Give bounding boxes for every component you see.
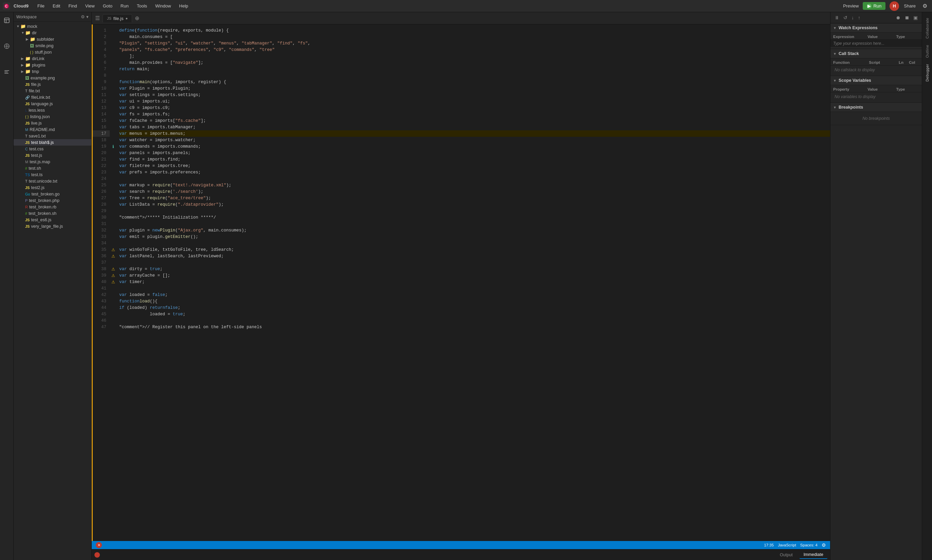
code-line[interactable]: var find = imports.find; — [119, 156, 830, 163]
code-line[interactable]: var loaded = false; — [119, 292, 830, 298]
code-line[interactable]: return main; — [119, 66, 830, 72]
code-line[interactable]: main.provides = ["navigate"]; — [119, 59, 830, 66]
tree-item-testjsmap[interactable]: Mtest.js.map — [14, 158, 91, 165]
code-line[interactable]: "comment">/***** Initialization *****/ — [119, 214, 830, 221]
step-over-icon[interactable]: ↺ — [842, 14, 849, 21]
code-line[interactable]: define(function(require, exports, module… — [119, 27, 830, 34]
code-line[interactable]: var Tree = require("ace_tree/tree"); — [119, 195, 830, 201]
run-button[interactable]: ▶ Run — [863, 2, 886, 10]
code-line[interactable]: main.consumes = [ — [119, 34, 830, 40]
code-line[interactable]: "Plugin", "settings", "ui", "watcher", "… — [119, 40, 830, 46]
tree-item-verylarge[interactable]: JSvery_large_file.js — [14, 223, 91, 229]
code-line[interactable]: var ListData = require("./dataprovider")… — [119, 201, 830, 208]
tree-item-save1txt[interactable]: Tsave1.txt — [14, 133, 91, 139]
code-line[interactable] — [119, 72, 830, 79]
bottom-error-icon[interactable]: ✕ — [94, 552, 100, 558]
code-line[interactable]: var emit = plugin.getEmitter(); — [119, 234, 830, 240]
code-line[interactable]: var fs = imports.fs; — [119, 111, 830, 117]
tree-item-testbrokengo[interactable]: Gotest_broken.go — [14, 191, 91, 197]
code-line[interactable]: var commands = imports.commands; — [119, 143, 830, 150]
tree-item-testes6[interactable]: JStest_es6.js — [14, 217, 91, 223]
tree-item-languagejs[interactable]: JSlanguage.js — [14, 100, 91, 107]
code-line[interactable]: var watcher = imports.watcher; — [119, 137, 830, 143]
tree-item-testbrokenrb[interactable]: Rtest_broken.rb — [14, 204, 91, 210]
code-line[interactable]: var markup = require("text!./navigate.xm… — [119, 182, 830, 188]
code-line[interactable]: var settings = imports.settings; — [119, 92, 830, 98]
tree-item-stuff[interactable]: { }stuff.json — [14, 49, 91, 55]
tree-item-testbrokenphp[interactable]: Ptest_broken.php — [14, 197, 91, 204]
tab-output[interactable]: Output — [776, 551, 797, 558]
code-line[interactable]: var c9 = imports.c9; — [119, 105, 830, 111]
code-line[interactable]: var prefs = imports.preferences; — [119, 169, 830, 175]
error-icon[interactable]: ✕ — [96, 542, 102, 548]
code-line[interactable]: var menus = imports.menus; — [119, 130, 830, 137]
code-line[interactable]: "comment">// Register this panel on the … — [119, 324, 830, 330]
code-line[interactable]: var Plugin = imports.Plugin; — [119, 85, 830, 92]
tree-item-testts[interactable]: TStest.ts — [14, 171, 91, 178]
code-line[interactable]: var arrayCache = []; — [119, 272, 830, 278]
call-stack-header[interactable]: ▼ Call Stack — [830, 49, 922, 58]
tree-item-livejs[interactable]: JSlive.js — [14, 120, 91, 126]
code-line[interactable]: ]; — [119, 53, 830, 59]
tab-close-icon[interactable]: ● — [125, 16, 128, 20]
code-line[interactable] — [119, 259, 830, 266]
vtab-outline[interactable]: Outline — [924, 42, 930, 60]
app-logo[interactable]: C — [3, 2, 10, 10]
tree-item-testunicode[interactable]: Ttest.unicode.txt — [14, 178, 91, 184]
code-line[interactable]: var timer; — [119, 278, 830, 285]
tab-new-icon[interactable]: ☰ — [93, 14, 102, 22]
tree-item-plugins[interactable]: ▶📁plugins — [14, 62, 91, 68]
step-out-icon[interactable]: ↑ — [856, 14, 862, 21]
code-line[interactable]: var dirty = true; — [119, 266, 830, 272]
code-line[interactable]: var lastPanel, lastSearch, lastPreviewed… — [119, 253, 830, 259]
code-line[interactable]: function load(){ — [119, 298, 830, 305]
tree-item-testbrokenshell[interactable]: #test_broken.sh — [14, 210, 91, 217]
tree-item-testcss[interactable]: Ctest.css — [14, 146, 91, 152]
vtab-collaborate[interactable]: Collaborate — [924, 15, 930, 42]
pause-icon[interactable]: ⏸ — [833, 14, 841, 21]
code-line[interactable] — [119, 285, 830, 292]
menu-file[interactable]: File — [34, 3, 48, 9]
tree-item-tmp[interactable]: ▶📁tmp — [14, 68, 91, 75]
menu-help[interactable]: Help — [176, 3, 191, 9]
step-into-icon[interactable]: ↓ — [850, 14, 855, 21]
tree-item-dir[interactable]: ▼📁dir — [14, 29, 91, 36]
tree-item-listingjson[interactable]: { }listing.json — [14, 113, 91, 120]
code-line[interactable]: "panels", "fs.cache", "preferences", "c9… — [119, 46, 830, 53]
code-line[interactable]: var filetree = imports.tree; — [119, 163, 830, 169]
code-line[interactable]: if (loaded) return false; — [119, 305, 830, 311]
tree-item-testjs[interactable]: JStest.js — [14, 152, 91, 158]
code-line[interactable]: var ui = imports.ui; — [119, 98, 830, 105]
menu-run[interactable]: Run — [117, 3, 132, 9]
code-line[interactable] — [119, 240, 830, 246]
menu-view[interactable]: View — [82, 3, 98, 9]
code-line[interactable] — [119, 317, 830, 324]
code-line[interactable] — [119, 221, 830, 227]
watch-expressions-header[interactable]: ▼ Watch Expressions — [830, 23, 922, 32]
code-line[interactable]: var search = require('./search'); — [119, 188, 830, 195]
share-button[interactable]: Share — [900, 3, 919, 9]
tree-item-lessless[interactable]: Lless.less — [14, 107, 91, 113]
menu-edit[interactable]: Edit — [49, 3, 63, 9]
code-line[interactable]: var tabs = imports.tabManager; — [119, 124, 830, 130]
code-line[interactable]: loaded = true; — [119, 311, 830, 317]
tree-item-example[interactable]: 🖼example.png — [14, 75, 91, 81]
code-line[interactable]: var panels = imports.panels; — [119, 150, 830, 156]
watch-expression-input[interactable] — [830, 40, 922, 48]
avatar[interactable]: H — [890, 2, 899, 11]
tree-item-smile[interactable]: 🖼smile.png — [14, 42, 91, 49]
tree-item-filejs[interactable]: JSfile.js — [14, 81, 91, 88]
filetree-gear-icon[interactable]: ⚙ ▾ — [81, 14, 89, 19]
vtab-debugger[interactable]: Debugger — [924, 61, 930, 84]
stop-icon[interactable]: ⏹ — [903, 14, 910, 21]
tab-add-icon[interactable]: ⊕ — [133, 14, 141, 22]
code-line[interactable]: var plugin = new Plugin("Ajax.org", main… — [119, 227, 830, 234]
tree-item-testsh[interactable]: #test.sh — [14, 165, 91, 171]
menu-find[interactable]: Find — [65, 3, 80, 9]
tree-item-dirLink[interactable]: ▶📁dirLink — [14, 55, 91, 62]
sidebar-icon-commands[interactable] — [2, 66, 12, 77]
code-line[interactable]: function main(options, imports, register… — [119, 79, 830, 85]
status-gear-icon[interactable]: ⚙ — [822, 542, 826, 548]
code-content[interactable]: define(function(require, exports, module… — [116, 25, 830, 541]
language[interactable]: JavaScript — [778, 543, 796, 547]
